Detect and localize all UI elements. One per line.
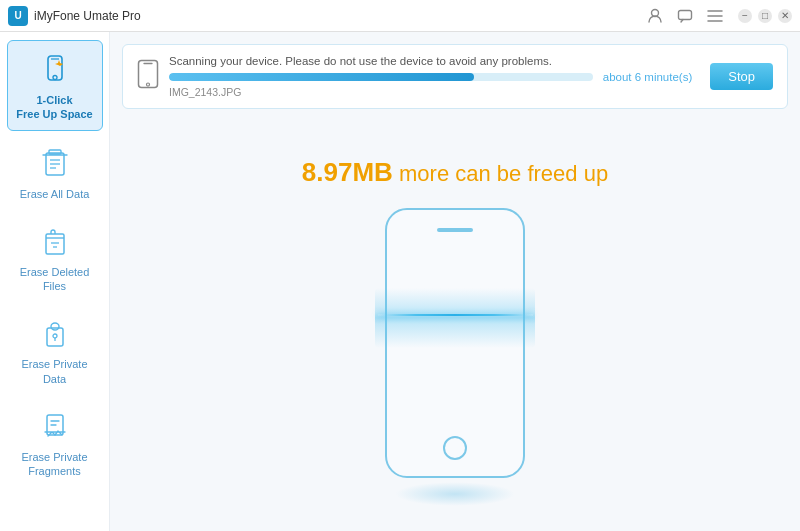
sidebar: 1-ClickFree Up Space Erase All Data [0,32,110,531]
app-logo: U [8,6,28,26]
svg-point-23 [147,83,150,86]
erase-all-icon [36,145,74,183]
phone-home [443,436,467,460]
sidebar-item-erase-deleted-label: Erase Deleted Files [13,265,97,294]
scan-band [375,288,535,348]
title-bar-actions: − □ ✕ [644,5,792,27]
svg-rect-9 [49,150,61,154]
svg-point-18 [53,334,57,338]
phone-illustration [365,208,545,488]
scan-bar-container: Scanning your device. Please do not use … [122,44,788,109]
user-icon[interactable] [644,5,666,27]
erase-fragments-icon [36,408,74,446]
freed-text: 8.97MB more can be freed up [302,157,608,188]
phone-small-icon [137,59,159,95]
phone-shadow [395,482,515,506]
freed-amount: 8.97MB [302,157,393,187]
window-controls: − □ ✕ [738,9,792,23]
sidebar-item-erase-fragments[interactable]: Erase Private Fragments [7,398,103,487]
maximize-button[interactable]: □ [758,9,772,23]
sidebar-item-1click-label: 1-ClickFree Up Space [16,93,92,122]
chat-icon[interactable] [674,5,696,27]
progress-bar-fill [169,73,474,81]
sidebar-item-erase-private[interactable]: Erase Private Data [7,305,103,394]
content-area: Scanning your device. Please do not use … [110,32,800,531]
scan-info: Scanning your device. Please do not use … [169,55,593,98]
sidebar-item-1click[interactable]: 1-ClickFree Up Space [7,40,103,131]
1click-icon [36,51,74,89]
scan-time-remaining: about 6 minute(s) [603,71,693,83]
progress-bar [169,73,593,81]
menu-icon[interactable] [704,5,726,27]
main-body: 8.97MB more can be freed up [122,125,788,519]
scan-filename: IMG_2143.JPG [169,86,593,98]
erase-private-icon [36,315,74,353]
stop-button[interactable]: Stop [710,63,773,90]
scan-message: Scanning your device. Please do not use … [169,55,593,67]
app-title: iMyFone Umate Pro [34,9,644,23]
sidebar-item-erase-all[interactable]: Erase All Data [7,135,103,209]
svg-rect-13 [46,234,64,254]
sidebar-item-erase-fragments-label: Erase Private Fragments [13,450,97,479]
svg-rect-1 [679,10,692,19]
close-button[interactable]: ✕ [778,9,792,23]
freed-suffix: more can be freed up [399,161,608,186]
sidebar-item-erase-private-label: Erase Private Data [13,357,97,386]
phone-speaker [437,228,473,232]
sidebar-item-erase-deleted[interactable]: Erase Deleted Files [7,213,103,302]
main-layout: 1-ClickFree Up Space Erase All Data [0,32,800,531]
scan-line [378,314,533,316]
minimize-button[interactable]: − [738,9,752,23]
svg-rect-17 [51,323,59,330]
erase-deleted-icon [36,223,74,261]
svg-point-7 [53,76,57,80]
title-bar: U iMyFone Umate Pro − □ [0,0,800,32]
svg-rect-16 [47,328,63,346]
sidebar-item-erase-all-label: Erase All Data [20,187,90,201]
